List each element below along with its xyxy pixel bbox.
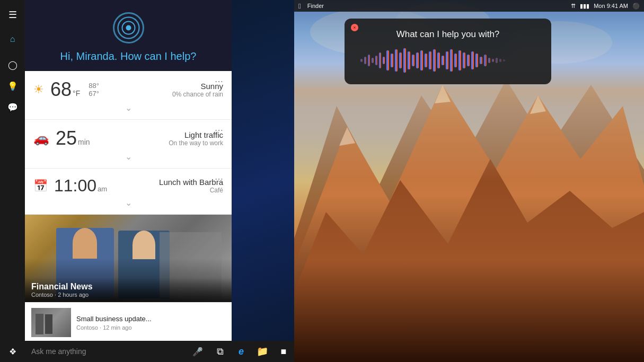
mac-app-name: Finder xyxy=(307,3,324,9)
sidebar-lightbulb-button[interactable]: 💡 xyxy=(3,76,22,95)
small-news-img-bg xyxy=(31,308,71,337)
small-news-card[interactable]: Small business update... Contoso · 12 mi… xyxy=(25,302,232,342)
windows-logo-icon: ❖ xyxy=(9,347,16,357)
sidebar-chat-button[interactable]: 💬 xyxy=(3,98,22,117)
weather-row: ☀ 68 °F 88° 67° Sunny 0% chance of rain xyxy=(33,78,223,101)
mac-menubar-left:  Finder xyxy=(298,2,324,10)
weather-expand-button[interactable]: ⌄ xyxy=(33,101,223,114)
svg-rect-15 xyxy=(379,52,381,68)
taskbar-apps: ⧉ e 📁 ■ xyxy=(209,341,294,362)
event-time: 11:00 xyxy=(54,176,96,196)
hamburger-icon: ☰ xyxy=(8,9,17,21)
traffic-card: ⋯ 🚗 25 min Light traffic On the way to w… xyxy=(25,120,232,169)
edge-button[interactable]: e xyxy=(231,341,252,362)
news-main-image: Financial News Contoso · 2 hours ago xyxy=(25,215,232,302)
news-section: Financial News Contoso · 2 hours ago Sma… xyxy=(25,215,232,345)
svg-rect-34 xyxy=(458,50,461,70)
file-explorer-button[interactable]: 📁 xyxy=(252,341,273,362)
main-news-card[interactable]: Financial News Contoso · 2 hours ago xyxy=(25,215,232,302)
home-icon: ⌂ xyxy=(10,34,15,44)
windows-sidebar: ☰ ⌂ ◯ 💡 💬 xyxy=(0,0,25,345)
svg-marker-9 xyxy=(339,127,355,146)
task-view-icon: ⧉ xyxy=(217,346,224,357)
svg-rect-27 xyxy=(429,51,431,69)
mac-menubar-right: ⇈ ▮▮▮ Mon 9:41 AM ⚫ xyxy=(571,3,640,10)
weather-card: ⋯ ☀ 68 °F 88° 67° Sunny 0% chance of rai… xyxy=(25,71,232,120)
travel-time-unit: min xyxy=(78,138,90,146)
calendar-row: 📅 11:00 am Lunch with Barbra Café xyxy=(33,176,223,196)
lightbulb-icon: 💡 xyxy=(7,81,18,91)
svg-rect-16 xyxy=(383,57,385,64)
temp-unit: °F xyxy=(73,89,80,98)
main-news-title: Financial News xyxy=(31,282,225,292)
microphone-icon[interactable]: 🎤 xyxy=(192,347,203,357)
cortana-header: Hi, Miranda. How can I help? xyxy=(25,0,232,71)
weather-more-button[interactable]: ⋯ xyxy=(215,76,224,86)
svg-rect-37 xyxy=(471,51,474,69)
cortana-search-bar[interactable]: Ask me anything 🎤 xyxy=(25,341,209,362)
svg-rect-42 xyxy=(492,59,494,62)
svg-rect-24 xyxy=(416,52,419,68)
svg-rect-35 xyxy=(463,52,465,68)
wifi-icon: ⇈ xyxy=(571,3,576,10)
traffic-destination: On the way to work xyxy=(169,139,223,147)
siri-close-button[interactable]: × xyxy=(351,24,358,31)
traffic-expand-button[interactable]: ⌄ xyxy=(33,149,223,163)
cortana-search-placeholder: Ask me anything xyxy=(31,347,86,356)
siri-menubar-icon[interactable]: ⚫ xyxy=(632,3,640,10)
temp-low: 67° xyxy=(89,90,99,98)
temp-high: 88° xyxy=(89,82,99,90)
sidebar-clock-button[interactable]: ◯ xyxy=(3,55,22,74)
small-person1 xyxy=(36,314,43,334)
weather-temp: 68 °F xyxy=(50,78,80,101)
apple-icon[interactable]:  xyxy=(298,2,301,10)
start-button[interactable]: ❖ xyxy=(0,341,25,362)
clock-display: Mon 9:41 AM xyxy=(594,3,628,9)
calendar-icon: 📅 xyxy=(33,179,48,193)
traffic-more-button[interactable]: ⋯ xyxy=(215,125,224,135)
calendar-expand-button[interactable]: ⌄ xyxy=(33,196,223,209)
svg-rect-20 xyxy=(399,52,402,68)
svg-rect-19 xyxy=(395,49,398,72)
sidebar-home-button[interactable]: ⌂ xyxy=(3,30,22,49)
traffic-row: 🚗 25 min Light traffic On the way to wor… xyxy=(33,127,223,149)
temp-range: 88° 67° xyxy=(89,82,99,98)
taskbar: ❖ Ask me anything 🎤 ⧉ e 📁 ■ xyxy=(0,341,294,362)
svg-rect-13 xyxy=(372,58,374,63)
calendar-time: 11:00 am xyxy=(54,176,107,196)
small-news-info: Small business update... Contoso · 12 mi… xyxy=(76,315,225,331)
svg-rect-12 xyxy=(368,55,370,66)
svg-rect-14 xyxy=(375,56,377,65)
event-ampm: am xyxy=(98,185,107,193)
car-icon: 🚗 xyxy=(33,131,49,146)
svg-rect-10 xyxy=(360,59,363,62)
svg-rect-31 xyxy=(446,51,448,69)
sun-icon: ☀ xyxy=(33,83,44,96)
store-button[interactable]: ■ xyxy=(273,341,294,362)
svg-rect-30 xyxy=(442,56,444,65)
temperature-value: 68 xyxy=(50,78,72,101)
event-location: Café xyxy=(159,187,223,194)
svg-rect-17 xyxy=(386,50,389,70)
travel-time-value: 25 xyxy=(56,127,77,149)
edge-icon: e xyxy=(239,346,244,357)
calendar-card: ⋯ 📅 11:00 am Lunch with Barbra Café ⌄ xyxy=(25,169,232,215)
main-news-source: Contoso · 2 hours ago xyxy=(31,292,225,298)
svg-rect-38 xyxy=(475,54,478,67)
sidebar-hamburger-button[interactable]: ☰ xyxy=(3,5,22,24)
svg-rect-18 xyxy=(391,54,393,67)
calendar-description: Lunch with Barbra Café xyxy=(159,178,223,194)
folder-icon: 📁 xyxy=(257,346,268,357)
svg-rect-39 xyxy=(480,57,482,64)
chevron-down-icon-cal: ⌄ xyxy=(125,198,132,208)
svg-rect-33 xyxy=(454,54,457,67)
traffic-time: 25 min xyxy=(56,127,90,149)
svg-rect-44 xyxy=(499,59,501,62)
siri-dialog: × What can I help you with? xyxy=(345,19,551,84)
task-view-button[interactable]: ⧉ xyxy=(209,341,231,362)
calendar-more-button[interactable]: ⋯ xyxy=(215,174,224,184)
svg-rect-40 xyxy=(484,55,487,66)
svg-rect-45 xyxy=(503,59,505,61)
chevron-down-icon-traffic: ⌄ xyxy=(125,152,132,162)
small-news-title: Small business update... xyxy=(76,315,225,323)
